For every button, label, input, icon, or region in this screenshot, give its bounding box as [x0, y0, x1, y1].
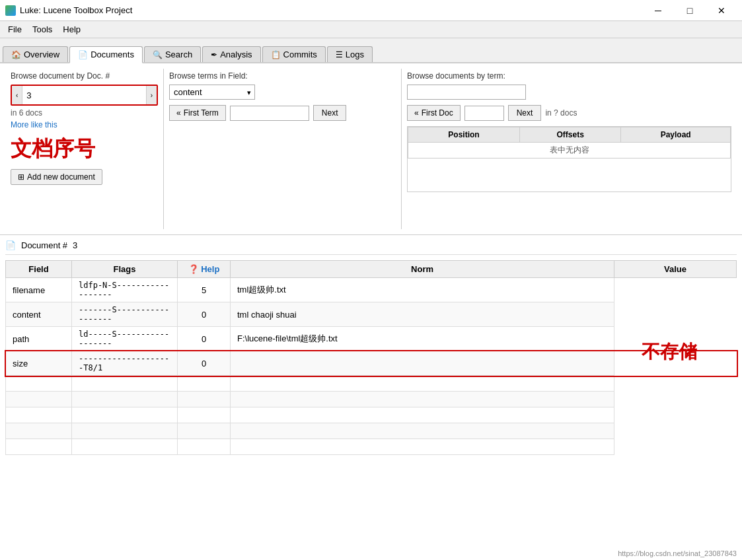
tab-documents-label: Documents: [91, 50, 134, 59]
menubar: File Tools Help: [0, 21, 742, 38]
tab-overview[interactable]: 🏠 Overview: [3, 46, 68, 62]
first-term-label: First Term: [184, 108, 219, 118]
add-doc-label: Add new document: [27, 172, 95, 182]
panel-doc-title: Browse document by Doc. #: [11, 71, 158, 81]
doc-section-number: 3: [73, 240, 77, 250]
norm-size: 0: [178, 351, 231, 376]
col-payload: Payload: [621, 127, 731, 143]
first-doc-label: First Doc: [422, 108, 453, 118]
table-row: content -------S------------------ 0 tml…: [6, 302, 737, 327]
tab-commits[interactable]: 📋 Commits: [262, 46, 326, 62]
doc-small-input[interactable]: [464, 106, 504, 121]
col-value: Value: [614, 261, 737, 278]
flags-content: -------S------------------: [72, 302, 178, 327]
maximize-button[interactable]: □: [675, 0, 705, 21]
table-row: filename ldfp-N-S------------------ 5 tm…: [6, 278, 737, 302]
add-document-button[interactable]: ⊞ Add new document: [11, 169, 102, 185]
col-flags: Flags: [72, 261, 178, 278]
documents-icon: 📄: [78, 50, 88, 59]
table-row-empty-2: [6, 392, 737, 407]
panel-byterm-title: Browse documents by term:: [407, 71, 731, 81]
doc-header-icon: 📄: [5, 240, 16, 250]
in-question-docs-label: in ? docs: [545, 108, 577, 118]
term-table-container: Position Offsets Payload 表中无内容: [407, 126, 731, 192]
commits-icon: 📋: [271, 50, 281, 59]
search-icon: 🔍: [153, 50, 163, 59]
panel-browse-terms: Browse terms in Field: content « First T…: [164, 69, 402, 229]
titlebar: Luke: Lucene Toolbox Project ─ □ ✕: [0, 0, 742, 21]
field-content: content: [6, 302, 72, 327]
panel-terms-title: Browse terms in Field:: [169, 71, 396, 81]
flags-filename: ldfp-N-S------------------: [72, 278, 178, 302]
tab-overview-label: Overview: [24, 50, 59, 59]
field-select[interactable]: content: [169, 85, 255, 100]
term-table: Position Offsets Payload 表中无内容: [408, 127, 731, 158]
tab-logs[interactable]: ☰ Logs: [327, 46, 373, 62]
field-select-row: content: [169, 85, 396, 100]
double-chevron-left-icon: «: [176, 108, 181, 118]
table-row-empty-3: [6, 407, 737, 423]
doc-prev-button[interactable]: ‹: [12, 86, 22, 104]
value-content: tml chaoji shuai: [231, 302, 614, 327]
norm-path: 0: [178, 327, 231, 351]
tab-logs-label: Logs: [346, 50, 364, 59]
first-term-button[interactable]: « First Term: [169, 105, 226, 121]
field-size: size: [6, 351, 72, 376]
menu-tools[interactable]: Tools: [27, 23, 57, 36]
empty-table-message: 表中无内容: [408, 143, 731, 158]
plus-icon: ⊞: [18, 172, 24, 182]
doc-header: 📄 Document # 3: [5, 240, 737, 255]
titlebar-left: Luke: Lucene Toolbox Project: [5, 5, 132, 16]
more-like-this-link[interactable]: More like this: [11, 120, 158, 129]
tab-search-label: Search: [165, 50, 192, 59]
close-button[interactable]: ✕: [706, 0, 737, 21]
col-position: Position: [408, 127, 520, 143]
field-filename: filename: [6, 278, 72, 302]
doc-annotation: 文档序号: [11, 135, 158, 164]
table-wrapper: Field Flags ❓ Help Norm Value filename l…: [5, 260, 737, 455]
app-title: Luke: Lucene Toolbox Project: [20, 5, 132, 15]
flags-size: --------------------T8/1: [72, 351, 178, 376]
field-path: path: [6, 327, 72, 351]
tab-commits-label: Commits: [283, 50, 317, 59]
table-row-empty-1: [6, 376, 737, 392]
term-input[interactable]: [230, 106, 309, 121]
menu-help[interactable]: Help: [57, 23, 86, 36]
panel-browse-byterm: Browse documents by term: « First Doc Ne…: [402, 69, 737, 229]
value-path: F:\lucene-file\tml超级帅.txt: [231, 327, 614, 351]
titlebar-controls: ─ □ ✕: [643, 0, 737, 21]
panel-browse-doc: Browse document by Doc. # ‹ › in 6 docs …: [5, 69, 164, 229]
tab-analysis-label: Analysis: [220, 50, 252, 59]
field-select-wrap: content: [169, 85, 255, 100]
watermark: https://blog.csdn.net/sinat_23087843: [618, 549, 737, 557]
doc-section-label: Document #: [21, 240, 67, 250]
menu-file[interactable]: File: [3, 23, 27, 36]
in-docs-label: in 6 docs: [11, 108, 158, 118]
logs-icon: ☰: [336, 50, 343, 59]
first-doc-button[interactable]: « First Doc: [407, 105, 461, 121]
byterm-controls: « First Doc Next in ? docs: [407, 105, 731, 121]
document-table: Field Flags ❓ Help Norm Value filename l…: [5, 260, 737, 455]
table-row-empty-4: [6, 423, 737, 439]
tab-documents[interactable]: 📄 Documents: [69, 46, 143, 63]
doc-next-button[interactable]: ›: [146, 86, 157, 104]
col-norm: Norm: [231, 261, 614, 278]
top-panels: Browse document by Doc. # ‹ › in 6 docs …: [0, 63, 742, 235]
minimize-button[interactable]: ─: [643, 0, 673, 21]
doc-input-row: ‹ ›: [11, 85, 158, 106]
term-controls: « First Term Next: [169, 105, 396, 121]
terms-next-button[interactable]: Next: [313, 105, 347, 121]
bottom-section: 📄 Document # 3 Field Flags ❓ Help Norm V…: [0, 235, 742, 560]
table-row-size: size --------------------T8/1 0: [6, 351, 737, 376]
byterm-next-button[interactable]: Next: [508, 105, 542, 121]
value-filename: tml超级帅.txt: [231, 278, 614, 302]
value-size: [231, 351, 614, 376]
col-help[interactable]: ❓ Help: [178, 261, 231, 278]
tab-analysis[interactable]: ✒ Analysis: [202, 46, 260, 62]
table-row-empty-5: [6, 439, 737, 455]
term-search-input[interactable]: [407, 85, 526, 100]
tab-search[interactable]: 🔍 Search: [144, 46, 201, 62]
main-content: Browse document by Doc. # ‹ › in 6 docs …: [0, 63, 742, 560]
doc-number-input[interactable]: [22, 89, 145, 102]
overview-icon: 🏠: [11, 50, 21, 59]
